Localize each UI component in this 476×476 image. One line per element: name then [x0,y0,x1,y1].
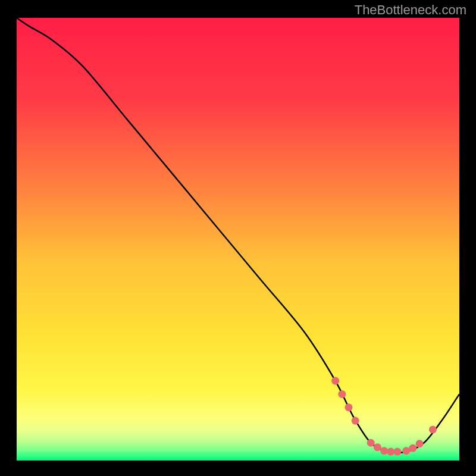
marker-point [338,390,346,398]
marker-point [387,448,394,456]
marker-point [374,443,381,451]
marker-point [409,444,416,452]
gradient-background [17,18,459,461]
marker-point [367,439,375,447]
marker-point [393,448,401,456]
chart-frame: TheBottleneck.com [0,0,476,476]
marker-point [380,447,388,455]
marker-point [416,440,424,447]
marker-point [345,403,353,411]
marker-point [331,377,339,385]
marker-point [352,417,359,425]
plot-area [17,18,459,461]
marker-point [402,447,410,455]
chart-svg [17,18,459,461]
marker-point [429,425,437,433]
attribution-label: TheBottleneck.com [355,2,466,18]
